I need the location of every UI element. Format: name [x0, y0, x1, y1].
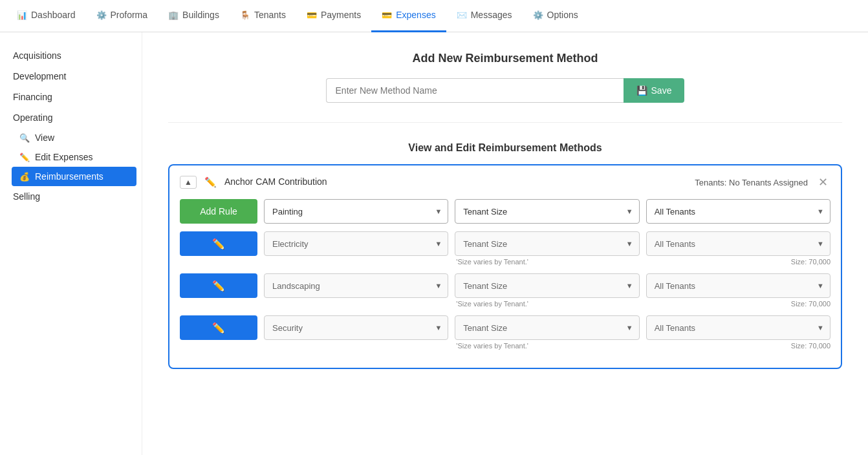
proforma-icon: ⚙️	[96, 10, 107, 20]
expense-select-0[interactable]: Painting	[264, 199, 448, 224]
pencil-icon-2: ✏️	[212, 280, 225, 292]
scope-select-3[interactable]: All Tenants	[646, 315, 830, 340]
expense-select-wrapper-0: Painting ▼	[264, 199, 448, 224]
scope-select-wrapper-0: All Tenants ▼	[646, 199, 830, 224]
method-select-wrapper-3: Tenant Size ▼	[455, 315, 639, 340]
options-icon: ⚙️	[533, 10, 543, 20]
method-note-2: 'Size varies by Tenant.'	[455, 300, 639, 308]
method-select-wrapper-0: Tenant Size ▼	[455, 199, 639, 224]
sidebar-item-selling[interactable]: Selling	[0, 186, 142, 207]
sidebar-item-operating[interactable]: Operating	[0, 107, 142, 128]
method-select-0[interactable]: Tenant Size	[455, 199, 639, 224]
expense-col-2: Landscaping ▼	[264, 273, 448, 298]
sidebar-item-edit-expenses[interactable]: ✏️ Edit Expenses	[6, 147, 142, 167]
expense-col-3: Security ▼	[264, 315, 448, 340]
sidebar-item-financing[interactable]: Financing	[0, 87, 142, 107]
scope-select-wrapper-3: All Tenants ▼	[646, 315, 830, 340]
save-button[interactable]: 💾 Save	[624, 78, 685, 103]
section-divider	[168, 122, 842, 123]
method-col-3: Tenant Size ▼ 'Size varies by Tenant.'	[455, 315, 639, 350]
nav-item-messages[interactable]: ✉️ Messages	[446, 0, 523, 32]
method-select-wrapper-2: Tenant Size ▼	[455, 273, 639, 298]
scope-col-3: All Tenants ▼ Size: 70,000	[646, 315, 830, 350]
card-edit-button[interactable]: ✏️	[204, 176, 217, 188]
reimbursements-icon: 💰	[19, 172, 30, 182]
rule-row-0: Add Rule Painting ▼ Tenant Size ▼ All Te…	[180, 199, 830, 224]
payments-icon: 💳	[307, 10, 317, 20]
rule-row-2: ✏️ Landscaping ▼ Tenant Size	[180, 273, 830, 308]
nav-item-payments[interactable]: 💳 Payments	[296, 0, 371, 32]
nav-item-buildings[interactable]: 🏢 Buildings	[158, 0, 230, 32]
sidebar-sub-menu: 🔍 View ✏️ Edit Expenses 💰 Reimbursements	[0, 128, 142, 186]
edit-expenses-icon: ✏️	[19, 153, 30, 162]
expense-select-1[interactable]: Electricity	[264, 231, 448, 256]
scope-select-wrapper-2: All Tenants ▼	[646, 273, 830, 298]
tenants-icon: 🪑	[240, 10, 250, 20]
card-header: ▲ ✏️ Anchor CAM Contribution Tenants: No…	[180, 176, 830, 189]
scope-select-1[interactable]: All Tenants	[646, 231, 830, 256]
top-navigation: 📊 Dashboard ⚙️ Proforma 🏢 Buildings 🪑 Te…	[0, 0, 868, 32]
method-note-1: 'Size varies by Tenant.'	[455, 258, 639, 266]
scope-note-2: Size: 70,000	[646, 300, 830, 308]
save-icon: 💾	[636, 85, 647, 96]
add-form: 💾 Save	[168, 78, 842, 103]
pencil-icon-3: ✏️	[212, 322, 225, 334]
scope-col-2: All Tenants ▼ Size: 70,000	[646, 273, 830, 308]
sidebar-item-view[interactable]: 🔍 View	[6, 128, 142, 147]
method-select-2[interactable]: Tenant Size	[455, 273, 639, 298]
sidebar-item-development[interactable]: Development	[0, 66, 142, 87]
scope-select-2[interactable]: All Tenants	[646, 273, 830, 298]
card-title: Anchor CAM Contribution	[224, 176, 327, 189]
scope-col-1: All Tenants ▼ Size: 70,000	[646, 231, 830, 266]
add-form-title: Add New Reimbursement Method	[168, 52, 842, 65]
method-name-input[interactable]	[326, 78, 624, 103]
method-select-1[interactable]: Tenant Size	[455, 231, 639, 256]
nav-item-proforma[interactable]: ⚙️ Proforma	[86, 0, 158, 32]
sidebar: Acquisitions Development Financing Opera…	[0, 32, 142, 455]
card-close-button[interactable]: ✕	[816, 176, 830, 188]
collapse-button[interactable]: ▲	[180, 176, 197, 189]
reimbursement-card: ▲ ✏️ Anchor CAM Contribution Tenants: No…	[168, 164, 842, 369]
method-col-1: Tenant Size ▼ 'Size varies by Tenant.'	[455, 231, 639, 266]
rule-row-3: ✏️ Security ▼ Tenant Size ▼	[180, 315, 830, 350]
rule-row-1: ✏️ Electricity ▼ Tenant Size	[180, 231, 830, 266]
view-edit-title: View and Edit Reimbursement Methods	[168, 142, 842, 154]
add-rule-button[interactable]: Add Rule	[180, 199, 257, 224]
pencil-icon-1: ✏️	[212, 238, 225, 250]
expense-select-wrapper-3: Security ▼	[264, 315, 448, 340]
nav-item-dashboard[interactable]: 📊 Dashboard	[6, 0, 86, 32]
scope-note-1: Size: 70,000	[646, 258, 830, 266]
main-layout: Acquisitions Development Financing Opera…	[0, 32, 868, 455]
method-select-3[interactable]: Tenant Size	[455, 315, 639, 340]
sidebar-item-reimbursements[interactable]: 💰 Reimbursements	[12, 167, 136, 186]
scope-select-wrapper-1: All Tenants ▼	[646, 231, 830, 256]
expense-select-wrapper-1: Electricity ▼	[264, 231, 448, 256]
rule-edit-button-3[interactable]: ✏️	[180, 315, 257, 340]
scope-select-0[interactable]: All Tenants	[646, 199, 830, 224]
expense-select-wrapper-2: Landscaping ▼	[264, 273, 448, 298]
view-icon: 🔍	[19, 133, 30, 143]
main-content: Add New Reimbursement Method 💾 Save View…	[142, 32, 868, 455]
nav-item-expenses[interactable]: 💳 Expenses	[371, 0, 446, 32]
dashboard-icon: 📊	[17, 10, 27, 20]
rule-edit-button-2[interactable]: ✏️	[180, 273, 257, 298]
nav-item-options[interactable]: ⚙️ Options	[523, 0, 589, 32]
expenses-icon: 💳	[382, 10, 392, 20]
nav-item-tenants[interactable]: 🪑 Tenants	[230, 0, 296, 32]
method-select-wrapper-1: Tenant Size ▼	[455, 231, 639, 256]
scope-note-3: Size: 70,000	[646, 342, 830, 350]
rule-edit-button-1[interactable]: ✏️	[180, 231, 257, 256]
method-note-3: 'Size varies by Tenant.'	[455, 342, 639, 350]
messages-icon: ✉️	[457, 10, 467, 20]
expense-col-1: Electricity ▼	[264, 231, 448, 256]
expense-select-2[interactable]: Landscaping	[264, 273, 448, 298]
buildings-icon: 🏢	[168, 10, 179, 20]
card-tenants: Tenants: No Tenants Assigned	[695, 178, 808, 187]
expense-select-3[interactable]: Security	[264, 315, 448, 340]
sidebar-item-acquisitions[interactable]: Acquisitions	[0, 45, 142, 66]
method-col-2: Tenant Size ▼ 'Size varies by Tenant.'	[455, 273, 639, 308]
